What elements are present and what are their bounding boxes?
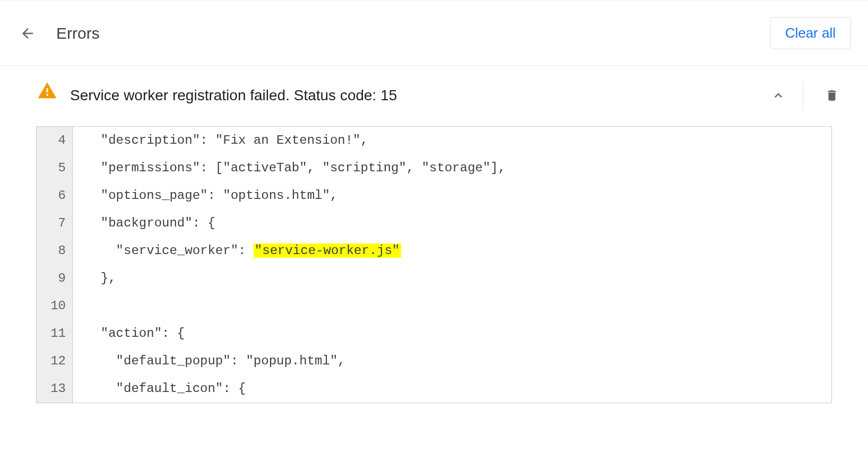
line-number: 9 (37, 265, 73, 292)
code-line: 7 "background": { (37, 210, 831, 237)
code-line: 8 "service_worker": "service-worker.js" (37, 237, 831, 265)
code-line: 12 "default_popup": "popup.html", (37, 347, 831, 375)
line-number: 13 (37, 375, 73, 403)
code-content: "default_icon": { (73, 375, 831, 403)
code-content: }, (73, 265, 831, 292)
clear-all-button[interactable]: Clear all (770, 17, 851, 49)
code-line: 13 "default_icon": { (37, 375, 831, 403)
vertical-divider (803, 81, 803, 110)
code-content: "service_worker": "service-worker.js" (73, 237, 831, 265)
delete-error-button[interactable] (819, 83, 845, 108)
line-number: 11 (37, 320, 73, 347)
code-line: 6 "options_page": "options.html", (37, 182, 831, 210)
code-content: "default_popup": "popup.html", (73, 347, 831, 375)
line-number: 5 (37, 154, 73, 182)
page-title: Errors (56, 24, 770, 42)
error-header-row[interactable]: Service worker registration failed. Stat… (0, 75, 868, 120)
warning-icon (37, 81, 57, 103)
line-number: 10 (37, 292, 73, 320)
line-number: 4 (37, 127, 73, 154)
code-line: 11 "action": { (37, 320, 831, 347)
page-header: Errors Clear all (0, 0, 868, 66)
collapse-button[interactable] (766, 83, 791, 108)
code-content: "description": "Fix an Extension!", (73, 127, 831, 154)
code-line: 5 "permissions": ["activeTab", "scriptin… (37, 154, 831, 182)
chevron-up-icon (771, 88, 786, 103)
code-line: 4 "description": "Fix an Extension!", (37, 127, 831, 154)
errors-page: Errors Clear all Service worker registra… (0, 0, 868, 403)
line-number: 6 (37, 182, 73, 210)
line-number: 8 (37, 237, 73, 265)
line-number: 12 (37, 347, 73, 375)
arrow-left-icon (20, 25, 36, 41)
code-line: 9 }, (37, 265, 831, 292)
code-content (73, 292, 831, 320)
error-item: Service worker registration failed. Stat… (0, 66, 868, 403)
trash-icon (825, 88, 839, 103)
code-line: 10 (37, 292, 831, 320)
highlighted-token: "service-worker.js" (254, 243, 401, 258)
code-snippet: 4 "description": "Fix an Extension!",5 "… (36, 126, 832, 403)
code-content: "permissions": ["activeTab", "scripting"… (73, 154, 831, 182)
code-content: "background": { (73, 210, 831, 237)
line-number: 7 (37, 210, 73, 237)
code-content: "action": { (73, 320, 831, 347)
error-message: Service worker registration failed. Stat… (70, 87, 766, 104)
back-button[interactable] (15, 21, 40, 46)
code-content: "options_page": "options.html", (73, 182, 831, 210)
